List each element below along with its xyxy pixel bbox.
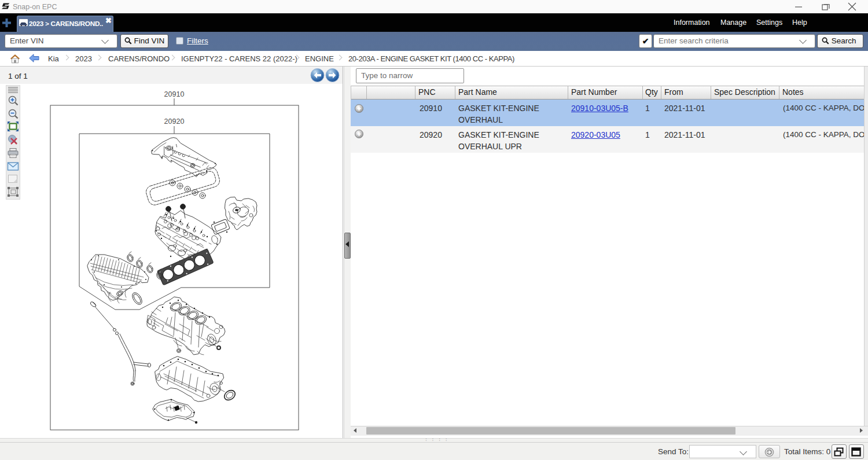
- svg-text:20910: 20910: [164, 90, 185, 98]
- svg-text:20920: 20920: [164, 117, 185, 126]
